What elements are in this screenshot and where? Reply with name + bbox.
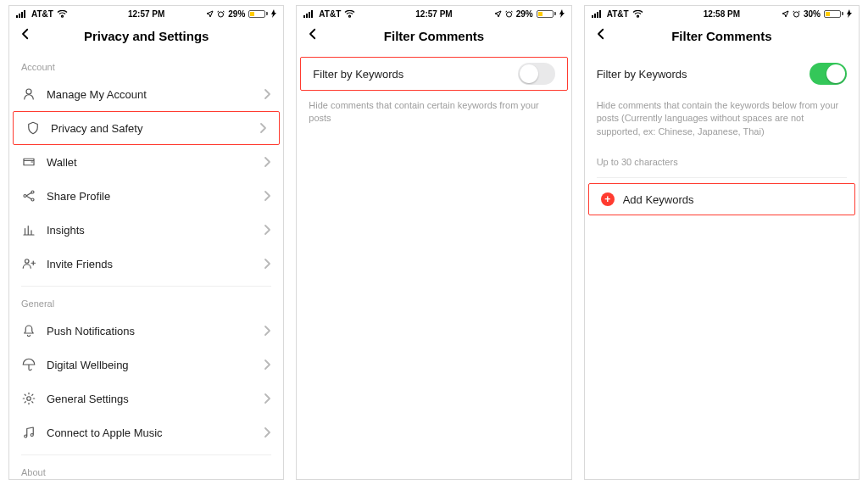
svg-rect-3 <box>24 10 25 18</box>
settings-item-label: Connect to Apple Music <box>47 426 263 439</box>
chart-icon <box>21 222 36 237</box>
filter-hint: Hide comments that contain certain keywo… <box>297 91 570 125</box>
settings-item-share-profile[interactable]: Share Profile <box>9 179 283 213</box>
status-bar: AT&T 12:58 PM 30% <box>585 6 859 21</box>
nav-header: Filter Comments <box>585 21 859 50</box>
battery-pct: 30% <box>804 9 821 19</box>
settings-item-label: Insights <box>47 224 263 237</box>
carrier-label: AT&T <box>31 9 53 19</box>
chevron-right-icon <box>263 426 271 438</box>
signal-icon <box>16 10 28 18</box>
settings-item-privacy-and-safety[interactable]: Privacy and Safety <box>13 111 280 145</box>
section-header: Account <box>9 50 283 77</box>
add-keywords-row[interactable]: + Add Keywords <box>588 183 855 215</box>
settings-item-wallet[interactable]: Wallet <box>9 145 283 179</box>
plus-icon: + <box>601 192 615 206</box>
back-button[interactable] <box>593 26 609 42</box>
filter-keywords-label: Filter by Keywords <box>313 68 403 81</box>
status-bar: AT&T 12:57 PM 29% <box>9 6 283 21</box>
svg-rect-7 <box>309 12 310 18</box>
settings-item-label: Share Profile <box>47 190 263 203</box>
signal-icon <box>592 10 604 18</box>
battery-icon <box>824 10 843 18</box>
back-button[interactable] <box>18 26 33 42</box>
status-bar: AT&T 12:57 PM 29% <box>297 6 570 21</box>
svg-rect-5 <box>303 15 305 18</box>
chevron-right-icon <box>263 359 271 371</box>
filter-keywords-row[interactable]: Filter by Keywords <box>585 57 859 91</box>
page-title: Filter Comments <box>671 29 771 43</box>
alarm-icon <box>793 10 800 18</box>
music-icon <box>21 425 36 440</box>
filter-keywords-row[interactable]: Filter by Keywords <box>300 57 567 91</box>
charging-icon <box>271 9 276 18</box>
svg-rect-6 <box>306 14 308 18</box>
filter-keywords-toggle[interactable] <box>810 63 847 85</box>
clock-label: 12:57 PM <box>415 9 452 19</box>
battery-icon <box>537 10 556 18</box>
settings-item-general-settings[interactable]: General Settings <box>9 382 283 415</box>
svg-point-9 <box>506 12 511 17</box>
nav-header: Filter Comments <box>297 21 570 50</box>
settings-item-label: Invite Friends <box>47 258 263 270</box>
charging-icon <box>847 9 852 18</box>
settings-item-label: Digital Wellbeing <box>47 359 263 371</box>
carrier-label: AT&T <box>607 9 629 19</box>
svg-rect-0 <box>16 15 18 18</box>
clock-label: 12:58 PM <box>704 9 740 19</box>
wallet-icon <box>21 154 36 170</box>
svg-rect-1 <box>19 14 20 18</box>
settings-item-label: Manage My Account <box>47 88 263 101</box>
svg-point-14 <box>793 12 798 17</box>
gear-icon <box>21 391 36 406</box>
chevron-right-icon <box>263 258 271 270</box>
screen-privacy-settings: AT&T 12:57 PM 29% Privacy and Settings A… <box>8 5 284 480</box>
settings-item-label: General Settings <box>47 393 263 405</box>
filter-hint: Hide comments that contain the keywords … <box>585 91 859 138</box>
settings-item-push-notifications[interactable]: Push Notifications <box>9 314 283 348</box>
page-title: Filter Comments <box>384 29 484 43</box>
settings-item-digital-wellbeing[interactable]: Digital Wellbeing <box>9 348 283 382</box>
wifi-icon <box>632 10 643 18</box>
svg-rect-13 <box>599 10 601 18</box>
user-icon <box>21 86 36 102</box>
settings-item-manage-my-account[interactable]: Manage My Account <box>9 77 283 111</box>
back-button[interactable] <box>305 26 320 42</box>
chevron-right-icon <box>263 190 271 202</box>
clock-label: 12:57 PM <box>128 9 164 19</box>
chevron-right-icon <box>263 325 271 337</box>
chevron-right-icon <box>263 156 271 168</box>
section-header: About <box>9 455 283 479</box>
chevron-right-icon <box>259 122 267 134</box>
chevron-right-icon <box>263 224 271 236</box>
battery-icon <box>248 10 268 18</box>
carrier-label: AT&T <box>319 9 341 19</box>
filter-keywords-label: Filter by Keywords <box>597 68 687 81</box>
settings-item-invite-friends[interactable]: Invite Friends <box>9 247 283 281</box>
svg-point-4 <box>219 12 224 17</box>
battery-pct: 29% <box>516 9 533 19</box>
location-icon <box>782 10 789 18</box>
location-icon <box>206 10 214 18</box>
settings-item-connect-to-apple-music[interactable]: Connect to Apple Music <box>9 415 283 449</box>
svg-rect-10 <box>592 15 593 18</box>
chevron-right-icon <box>263 88 271 100</box>
svg-rect-8 <box>311 10 313 18</box>
char-limit-hint: Up to 30 characters <box>585 138 859 177</box>
alarm-icon <box>217 10 225 18</box>
location-icon <box>494 10 502 18</box>
settings-item-insights[interactable]: Insights <box>9 213 283 247</box>
wifi-icon <box>57 10 68 18</box>
settings-item-label: Wallet <box>47 156 263 169</box>
bell-icon <box>21 323 36 338</box>
signal-icon <box>303 10 315 18</box>
svg-rect-12 <box>597 12 598 18</box>
filter-keywords-toggle[interactable] <box>518 63 555 85</box>
settings-list[interactable]: AccountManage My AccountPrivacy and Safe… <box>9 50 283 479</box>
share-icon <box>21 188 36 203</box>
umbrella-icon <box>21 357 36 372</box>
svg-rect-11 <box>594 14 596 18</box>
page-title: Privacy and Settings <box>84 29 209 43</box>
svg-rect-2 <box>21 12 23 18</box>
screen-filter-comments-on: AT&T 12:58 PM 30% Filter Comments Filter… <box>584 5 860 480</box>
